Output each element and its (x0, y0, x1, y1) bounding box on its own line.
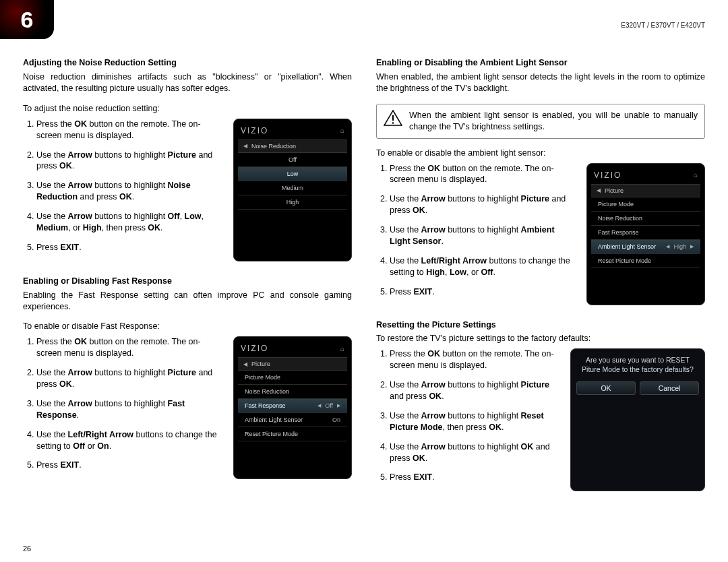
menu-option: Medium (238, 181, 347, 195)
back-arrow-icon: ◀ (597, 187, 601, 193)
step: Use the Arrow buttons to highlight Reset… (390, 410, 561, 433)
step: Press EXIT. (36, 460, 224, 471)
menu-item: Noise Reduction (591, 212, 700, 226)
vizio-logo: VIZIO (594, 170, 621, 180)
figure-picture-menu-fast-response: VIZIO⌂ ◀Picture Picture Mode Noise Reduc… (233, 336, 352, 479)
step: Use the Left/Right Arrow buttons to chan… (390, 255, 577, 278)
section-lead: To enable or disable the ambient light s… (376, 148, 705, 158)
step: Press the OK button on the remote. The o… (36, 336, 224, 359)
menu-item: Fast Response (591, 226, 700, 240)
menu-item: Picture Mode (591, 197, 700, 212)
section-intro: When enabled, the ambient light sensor d… (376, 71, 705, 94)
steps-list: Press the OK button on the remote. The o… (376, 163, 577, 306)
section-lead: To restore the TV's picture settings to … (376, 334, 705, 343)
section-lead: To adjust the noise reduction setting: (23, 104, 352, 113)
back-arrow-icon: ◀ (243, 143, 247, 149)
figure-noise-reduction-menu: VIZIO⌂ ◀Noise Reduction Off Low Medium H… (233, 119, 352, 261)
step: Use the Arrow buttons to highlight Pictu… (390, 379, 561, 402)
step: Use the Arrow buttons to highlight OK an… (390, 441, 561, 464)
dialog-message: Are you sure you want to RESET Piture Mo… (576, 356, 699, 374)
step: Press EXIT. (390, 472, 561, 483)
section-title: Resetting the Picture Settings (376, 320, 705, 330)
step: Use the Arrow buttons to highlight Pictu… (36, 367, 224, 390)
step: Press the OK button on the remote. The o… (390, 348, 561, 371)
vizio-logo: VIZIO (241, 126, 268, 135)
step: Use the Arrow buttons to highlight Pictu… (390, 193, 577, 216)
section-intro: Enabling the Fast Response setting can o… (23, 290, 352, 313)
warning-icon (384, 110, 402, 126)
steps-list: Press the OK button on the remote. The o… (23, 336, 224, 479)
back-arrow-icon: ◀ (243, 361, 247, 367)
warning-box: When the ambient light sensor is enabled… (376, 104, 705, 139)
home-icon: ⌂ (694, 171, 698, 179)
figure-reset-dialog: Are you sure you want to RESET Piture Mo… (570, 348, 705, 491)
menu-title: Picture (251, 361, 270, 367)
step: Use the Arrow buttons to highlight Fast … (36, 398, 224, 421)
warning-text: When the ambient light sensor is enabled… (409, 110, 698, 133)
dialog-cancel-button: Cancel (640, 381, 699, 395)
menu-option: Off (238, 153, 347, 167)
steps-list: Press the OK button on the remote. The o… (23, 119, 224, 261)
section-lead: To enable or disable Fast Response: (23, 321, 352, 331)
model-line: E320VT / E370VT / E420VT (621, 22, 705, 29)
step: Use the Arrow buttons to highlight Pictu… (36, 150, 224, 173)
section-title: Enabling or Disabling the Ambient Light … (376, 58, 705, 67)
figure-picture-menu-ambient: VIZIO⌂ ◀Picture Picture Mode Noise Reduc… (586, 163, 705, 306)
svg-point-2 (392, 122, 394, 124)
home-icon: ⌂ (340, 345, 344, 352)
step: Press EXIT. (36, 242, 224, 253)
steps-list: Press the OK button on the remote. The o… (376, 348, 561, 491)
dialog-ok-button: OK (576, 381, 636, 395)
menu-item-selected: Fast Response◀Off▶ (238, 399, 347, 413)
menu-item: Reset Picture Mode (591, 254, 700, 268)
menu-item-selected: Ambient Light Sensor◀High▶ (591, 240, 700, 254)
menu-item: Reset Picture Mode (238, 427, 347, 441)
chapter-badge: 6 (0, 0, 54, 39)
chapter-number: 6 (21, 7, 34, 33)
step: Use the Left/Right Arrow buttons to chan… (36, 429, 224, 452)
step: Press EXIT. (390, 286, 577, 298)
menu-option: High (238, 195, 347, 210)
home-icon: ⌂ (340, 127, 344, 134)
menu-item: Noise Reduction (238, 385, 347, 399)
menu-item: Picture Mode (238, 371, 347, 385)
step: Use the Arrow buttons to highlight Noise… (36, 180, 224, 203)
step: Press the OK button on the remote. The o… (390, 163, 577, 186)
step: Use the Arrow buttons to highlight Off, … (36, 211, 224, 234)
section-title: Adjusting the Noise Reduction Setting (23, 58, 352, 67)
menu-option-selected: Low (238, 167, 347, 181)
step: Use the Arrow buttons to highlight Ambie… (390, 224, 577, 247)
menu-title: Noise Reduction (251, 143, 296, 150)
page-number: 26 (23, 544, 31, 553)
menu-title: Picture (605, 187, 624, 194)
menu-item: Ambient Light SensorOn (238, 413, 347, 427)
vizio-logo: VIZIO (241, 344, 268, 353)
section-intro: Noise reduction diminishes artifacts suc… (23, 71, 352, 94)
step: Press the OK button on the remote. The o… (36, 119, 224, 142)
section-title: Enabling or Disabling Fast Response (23, 276, 352, 286)
